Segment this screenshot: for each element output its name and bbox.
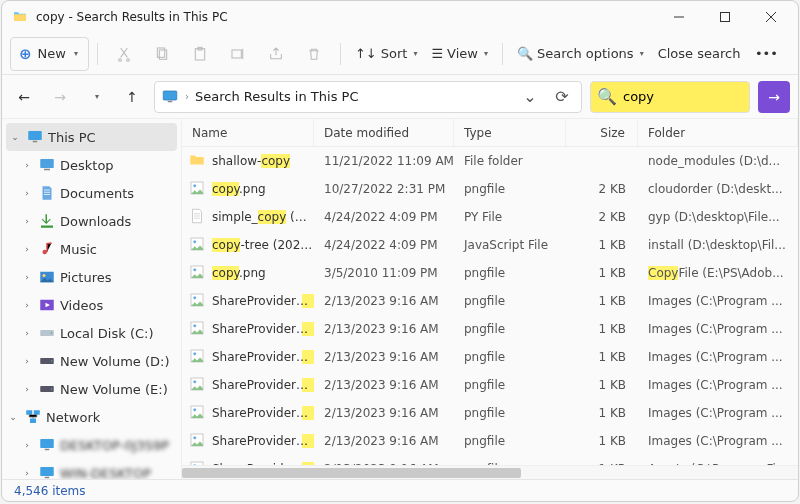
minimize-button[interactable] — [656, 1, 702, 33]
sort-icon: ↑↓ — [355, 46, 377, 61]
paste-button[interactable] — [182, 37, 218, 71]
search-icon: 🔍 — [597, 87, 617, 106]
rows-container: shallow-copy11/21/2022 11:09 AMFile fold… — [182, 147, 798, 465]
search-box[interactable]: 🔍 ✕ — [590, 81, 750, 113]
chevron-right-icon[interactable]: › — [20, 188, 34, 198]
table-row[interactable]: copy.png10/27/2022 2:31 PMpngfile2 KBclo… — [182, 175, 798, 203]
chevron-right-icon[interactable]: › — [20, 300, 34, 310]
table-row[interactable]: ShareProvider_CopyFil...2/13/2023 9:16 A… — [182, 399, 798, 427]
share-button[interactable] — [258, 37, 294, 71]
column-type[interactable]: Type — [454, 119, 566, 146]
image-icon — [188, 263, 206, 284]
table-row[interactable]: ShareProvider_CopyFil...2/13/2023 9:16 A… — [182, 371, 798, 399]
delete-button[interactable] — [296, 37, 332, 71]
tree-item[interactable]: ›Downloads — [2, 207, 181, 235]
svg-rect-2 — [159, 50, 166, 59]
address-box[interactable]: › Search Results in This PC ⌄ ⟳ — [154, 81, 582, 113]
tree-item[interactable]: ›Music — [2, 235, 181, 263]
recent-button[interactable]: ▾ — [82, 83, 110, 111]
search-go-button[interactable]: → — [758, 81, 790, 113]
rename-button[interactable] — [220, 37, 256, 71]
tree-item[interactable]: ›Pictures — [2, 263, 181, 291]
list-icon: ☰ — [431, 46, 443, 61]
history-dropdown-button[interactable]: ⌄ — [517, 84, 543, 110]
close-button[interactable] — [748, 1, 794, 33]
file-date: 2/13/2023 9:16 AM — [314, 350, 454, 364]
file-name: copy.png — [212, 182, 266, 196]
chevron-right-icon[interactable]: › — [20, 468, 34, 478]
tree-item[interactable]: ›Desktop — [2, 151, 181, 179]
cut-button[interactable] — [106, 37, 142, 71]
chevron-right-icon[interactable]: › — [20, 244, 34, 254]
tree-item[interactable]: ⌄This PC — [6, 123, 177, 151]
tree-item[interactable]: ›DESKTOP-0J3S9P — [2, 431, 181, 459]
svg-rect-13 — [41, 226, 53, 228]
tree-item[interactable]: ›New Volume (E:) — [2, 375, 181, 403]
table-row[interactable]: simple_copy (2022_08_...4/24/2022 4:09 P… — [182, 203, 798, 231]
table-row[interactable]: ShareProvider_CopyFil...2/13/2023 9:16 A… — [182, 427, 798, 455]
tree-item[interactable]: ›Local Disk (C:) — [2, 319, 181, 347]
file-type: pngfile — [454, 182, 566, 196]
table-row[interactable]: copy.png3/5/2010 11:09 PMpngfile1 KBCopy… — [182, 259, 798, 287]
forward-button[interactable]: → — [46, 83, 74, 111]
file-type: JavaScript File — [454, 238, 566, 252]
more-button[interactable]: ••• — [748, 37, 784, 71]
chevron-right-icon[interactable]: › — [20, 440, 34, 450]
table-row[interactable]: ShareProvider_CopyLin...2/13/2023 9:16 A… — [182, 343, 798, 371]
column-folder[interactable]: Folder — [638, 119, 798, 146]
horizontal-scrollbar[interactable] — [182, 465, 798, 479]
up-button[interactable]: ↑ — [118, 83, 146, 111]
table-row[interactable]: copy-tree (2022_08_09 ...4/24/2022 4:09 … — [182, 231, 798, 259]
svg-point-23 — [51, 388, 53, 390]
file-size: 2 KB — [566, 210, 638, 224]
file-icon — [188, 207, 206, 228]
scrollbar-thumb[interactable] — [182, 468, 521, 478]
tree-item[interactable]: ›WIN-DESKTOP — [2, 459, 181, 479]
chevron-right-icon[interactable]: › — [20, 272, 34, 282]
chevron-right-icon[interactable]: › — [20, 160, 34, 170]
search-options-button[interactable]: 🔍 Search options ▾ — [511, 37, 650, 71]
maximize-button[interactable] — [702, 1, 748, 33]
image-icon — [188, 319, 206, 340]
tree-item-label: New Volume (D:) — [60, 354, 170, 369]
refresh-button[interactable]: ⟳ — [549, 84, 575, 110]
close-search-button[interactable]: Close search — [652, 37, 747, 71]
chevron-down-icon[interactable]: ⌄ — [8, 132, 22, 142]
file-date: 2/13/2023 9:16 AM — [314, 378, 454, 392]
svg-rect-25 — [34, 410, 40, 415]
chevron-right-icon[interactable]: › — [20, 384, 34, 394]
file-size: 1 KB — [566, 378, 638, 392]
table-row[interactable]: shallow-copy11/21/2022 11:09 AMFile fold… — [182, 147, 798, 175]
file-type: pngfile — [454, 294, 566, 308]
svg-point-36 — [193, 268, 196, 271]
chevron-right-icon: › — [185, 91, 189, 102]
tree-item-label: This PC — [48, 130, 96, 145]
tree-item[interactable]: ›New Volume (D:) — [2, 347, 181, 375]
chevron-right-icon[interactable]: › — [20, 216, 34, 226]
column-size[interactable]: Size — [566, 119, 638, 146]
column-name[interactable]: Name — [182, 119, 314, 146]
back-button[interactable]: ← — [10, 83, 38, 111]
desktop-icon — [38, 156, 56, 174]
tree-item-label: Documents — [60, 186, 134, 201]
chevron-right-icon[interactable]: › — [20, 328, 34, 338]
tree-item[interactable]: ⌄Network — [2, 403, 181, 431]
new-button[interactable]: ⊕ New ▾ — [10, 37, 89, 71]
table-row[interactable]: ShareProvider_CopyLin...2/13/2023 9:16 A… — [182, 315, 798, 343]
file-folder: gyp (D:\desktop\File... — [638, 210, 798, 224]
chevron-down-icon[interactable]: ⌄ — [6, 412, 20, 422]
file-size: 1 KB — [566, 434, 638, 448]
chevron-right-icon[interactable]: › — [20, 356, 34, 366]
copy-button[interactable] — [144, 37, 180, 71]
view-button[interactable]: ☰ View ▾ — [425, 37, 494, 71]
column-date[interactable]: Date modified — [314, 119, 454, 146]
tree-item[interactable]: ›Documents — [2, 179, 181, 207]
image-icon — [188, 179, 206, 200]
file-list: Name Date modified Type Size Folder shal… — [182, 119, 798, 479]
sort-button[interactable]: ↑↓ Sort ▾ — [349, 37, 423, 71]
table-row[interactable]: ShareProvider_CopyFil...2/13/2023 9:16 A… — [182, 455, 798, 465]
table-row[interactable]: ShareProvider_CopyLin...2/13/2023 9:16 A… — [182, 287, 798, 315]
tree-item[interactable]: ›Videos — [2, 291, 181, 319]
navigation-pane[interactable]: ⌄This PC›Desktop›Documents›Downloads›Mus… — [2, 119, 182, 479]
breadcrumb[interactable]: Search Results in This PC — [195, 89, 358, 104]
